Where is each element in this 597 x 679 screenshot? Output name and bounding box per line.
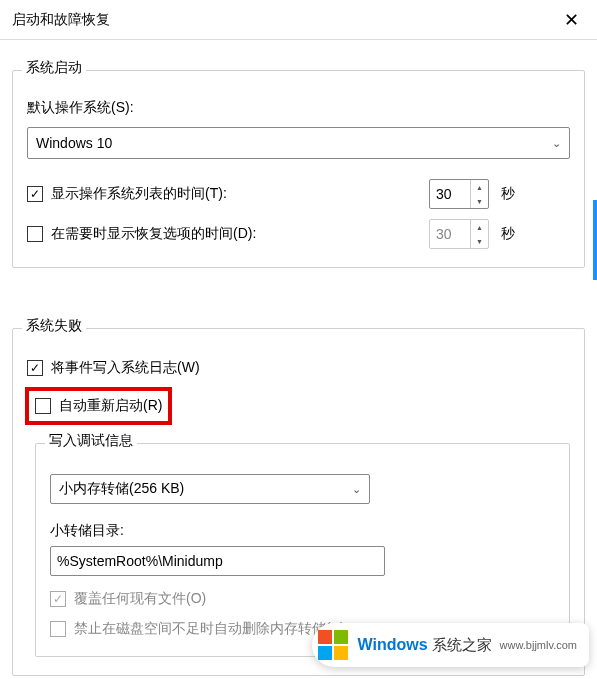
- overwrite-checkbox: ✓: [50, 591, 66, 607]
- close-icon: ✕: [564, 9, 579, 31]
- show-os-list-label: 显示操作系统列表的时间(T):: [51, 185, 227, 203]
- system-startup-group: 系统启动 默认操作系统(S): Windows 10 ⌄ ✓ 显示操作系统列表的…: [12, 70, 585, 268]
- show-os-list-checkbox[interactable]: ✓: [27, 186, 43, 202]
- seconds-unit: 秒: [501, 185, 515, 203]
- close-button[interactable]: ✕: [557, 6, 585, 34]
- show-recovery-label: 在需要时显示恢复选项的时间(D):: [51, 225, 256, 243]
- spinner-arrows: ▲ ▼: [470, 180, 488, 208]
- default-os-select[interactable]: Windows 10 ⌄: [27, 127, 570, 159]
- decorative-edge: [593, 200, 597, 280]
- dump-type-value: 小内存转储(256 KB): [59, 480, 184, 498]
- dump-dir-value: %SystemRoot%\Minidump: [57, 553, 223, 569]
- show-recovery-seconds-value: 30: [430, 220, 470, 248]
- overwrite-label: 覆盖任何现有文件(O): [74, 590, 206, 608]
- spinner-up-icon[interactable]: ▲: [471, 180, 488, 194]
- overwrite-row: ✓ 覆盖任何现有文件(O): [50, 590, 555, 608]
- watermark-brand1: Windows: [358, 636, 428, 654]
- auto-restart-label: 自动重新启动(R): [59, 397, 162, 415]
- auto-restart-highlight: 自动重新启动(R): [25, 387, 172, 425]
- default-os-value: Windows 10: [36, 135, 112, 151]
- show-os-list-seconds-value: 30: [430, 180, 470, 208]
- disable-low-disk-label: 禁止在磁盘空间不足时自动删除内存转储(A): [74, 620, 345, 638]
- show-os-list-seconds-spinner[interactable]: 30 ▲ ▼: [429, 179, 489, 209]
- check-icon: ✓: [30, 362, 40, 374]
- check-icon: ✓: [30, 188, 40, 200]
- system-failure-title: 系统失败: [22, 317, 86, 335]
- show-recovery-checkbox[interactable]: [27, 226, 43, 242]
- window-title: 启动和故障恢复: [12, 11, 110, 29]
- write-event-checkbox[interactable]: ✓: [27, 360, 43, 376]
- content-area: 系统启动 默认操作系统(S): Windows 10 ⌄ ✓ 显示操作系统列表的…: [0, 40, 597, 679]
- windows-logo-icon: [318, 630, 348, 660]
- watermark: Windows 系统之家 www.bjjmlv.com: [312, 623, 590, 667]
- spinner-down-icon: ▼: [471, 234, 488, 248]
- spinner-arrows: ▲ ▼: [470, 220, 488, 248]
- chevron-down-icon: ⌄: [552, 137, 561, 150]
- default-os-label: 默认操作系统(S):: [27, 99, 570, 117]
- dump-dir-label: 小转储目录:: [50, 522, 555, 540]
- debug-info-title: 写入调试信息: [45, 432, 137, 450]
- watermark-brand2: 系统之家: [432, 636, 492, 655]
- write-event-label: 将事件写入系统日志(W): [51, 359, 200, 377]
- dump-type-select[interactable]: 小内存转储(256 KB) ⌄: [50, 474, 370, 504]
- check-icon: ✓: [53, 593, 63, 605]
- chevron-down-icon: ⌄: [352, 483, 361, 496]
- system-startup-title: 系统启动: [22, 59, 86, 77]
- titlebar: 启动和故障恢复 ✕: [0, 0, 597, 40]
- show-os-list-row: ✓ 显示操作系统列表的时间(T): 30 ▲ ▼ 秒: [27, 179, 570, 209]
- seconds-unit: 秒: [501, 225, 515, 243]
- auto-restart-checkbox[interactable]: [35, 398, 51, 414]
- show-recovery-row: 在需要时显示恢复选项的时间(D): 30 ▲ ▼ 秒: [27, 219, 570, 249]
- disable-low-disk-checkbox: [50, 621, 66, 637]
- write-event-row: ✓ 将事件写入系统日志(W): [27, 359, 570, 377]
- spinner-down-icon[interactable]: ▼: [471, 194, 488, 208]
- spinner-up-icon: ▲: [471, 220, 488, 234]
- watermark-url: www.bjjmlv.com: [500, 639, 577, 651]
- show-recovery-seconds-spinner: 30 ▲ ▼: [429, 219, 489, 249]
- dump-dir-input[interactable]: %SystemRoot%\Minidump: [50, 546, 385, 576]
